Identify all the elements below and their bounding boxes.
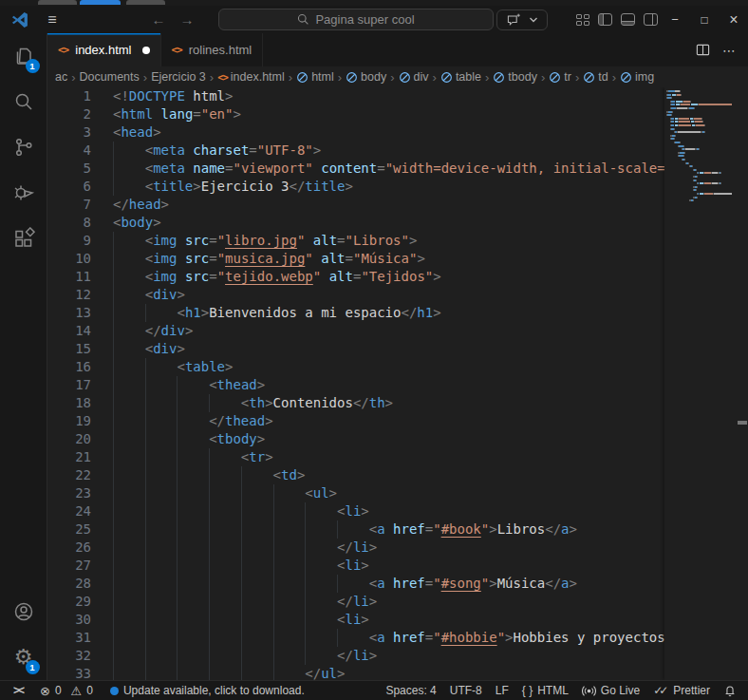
code-line-text[interactable]: </thead> [113, 412, 273, 430]
breadcrumb-item-body[interactable]: body [346, 70, 386, 84]
code-line[interactable]: 6 <title>Ejercicio 3</title> [47, 178, 664, 196]
breadcrumb-item-img[interactable]: img [620, 70, 654, 84]
code-line-text[interactable]: <tr> [113, 448, 273, 466]
code-line-text[interactable]: <thead> [113, 376, 265, 394]
statusbar-problems[interactable]: ⊗0⚠0 [40, 684, 93, 698]
code-line[interactable]: 23 <ul> [47, 484, 664, 502]
activity-accounts-icon[interactable] [0, 589, 47, 634]
breadcrumb-item-Ejercicio 3[interactable]: Ejercicio 3 [151, 70, 206, 84]
more-actions-icon[interactable]: ⋯ [722, 43, 736, 58]
code-line-text[interactable]: <meta name="viewport" content="width=dev… [113, 160, 664, 178]
code-line[interactable]: 28 <a href="#song">Música</a> [47, 575, 664, 593]
code-line-text[interactable]: <table> [113, 358, 233, 376]
statusbar-update-notification[interactable]: Update available, click to download. [110, 684, 305, 697]
command-center-search[interactable]: Pagina super cool [218, 9, 494, 30]
menu-icon[interactable]: ≡ [42, 6, 63, 33]
activity-search-icon[interactable] [0, 79, 47, 124]
code-line[interactable]: 24 <li> [47, 502, 664, 520]
code-line-text[interactable]: <td> [113, 466, 305, 484]
code-line[interactable]: 31 <a href="#hobbie">Hobbies y proyectos [47, 629, 664, 647]
toggle-panel-icon[interactable] [621, 13, 635, 26]
code-line-text[interactable]: <li> [113, 611, 369, 629]
copilot-button[interactable] [496, 9, 548, 30]
breadcrumb-item-index.html[interactable]: <>index.html [217, 70, 285, 84]
code-line-text[interactable]: <meta charset="UTF-8"> [113, 142, 321, 160]
activity-explorer-icon[interactable]: 1 [0, 33, 47, 79]
toggle-primary-sidebar-icon[interactable] [598, 13, 612, 26]
code-line[interactable]: 8<body> [47, 214, 664, 232]
navigate-forward-icon[interactable]: → [177, 6, 197, 33]
activity-source-control-icon[interactable] [0, 124, 47, 170]
code-line[interactable]: 29 </li> [47, 593, 664, 611]
code-line[interactable]: 21 <tr> [47, 448, 664, 466]
statusbar-encoding[interactable]: UTF-8 [450, 684, 482, 697]
code-line-text[interactable]: <div> [113, 286, 185, 304]
code-line[interactable]: 10 <img src="musica.jpg" alt="Música"> [47, 250, 664, 268]
code-line[interactable]: 25 <a href="#book">Libros</a> [47, 520, 664, 539]
code-line[interactable]: 1<!DOCTYPE html> [47, 87, 664, 105]
breadcrumb-item-table[interactable]: table [440, 70, 481, 84]
scrollbar-thumb[interactable] [738, 421, 747, 425]
navigate-back-icon[interactable]: ← [148, 6, 169, 33]
code-line-text[interactable]: <a href="#hobbie">Hobbies y proyectos [113, 629, 664, 647]
code-line-text[interactable]: <img src="musica.jpg" alt="Música"> [113, 250, 425, 268]
code-line-text[interactable]: <tbody> [113, 430, 265, 448]
code-line-text[interactable]: <title>Ejercicio 3</title> [113, 178, 353, 196]
code-line-text[interactable]: </ul> [113, 665, 345, 680]
split-editor-icon[interactable] [696, 43, 710, 57]
breadcrumb-item-tbody[interactable]: tbody [493, 70, 537, 84]
toggle-secondary-sidebar-icon[interactable] [644, 13, 658, 26]
code-line-text[interactable]: <!DOCTYPE html> [113, 87, 233, 105]
code-line[interactable]: 16 <table> [47, 358, 664, 376]
code-line-text[interactable]: <li> [113, 502, 369, 520]
code-line-text[interactable]: <ul> [113, 484, 337, 502]
statusbar-remote-indicator[interactable]: >< [13, 684, 23, 697]
minimap[interactable] [664, 87, 737, 680]
code-line[interactable]: 2<html lang="en"> [47, 105, 664, 123]
code-line[interactable]: 20 <tbody> [47, 430, 664, 448]
code-line[interactable]: 22 <td> [47, 466, 664, 484]
code-line[interactable]: 33 </ul> [47, 665, 664, 680]
breadcrumb-item-tr[interactable]: tr [549, 70, 571, 84]
code-line[interactable]: 11 <img src="tejido.webp" alt="Tejidos"> [47, 268, 664, 286]
activity-run-and-debug-icon[interactable] [0, 170, 47, 216]
code-line-text[interactable]: <a href="#book">Libros</a> [113, 520, 577, 539]
code-line[interactable]: 5 <meta name="viewport" content="width=d… [47, 160, 664, 178]
statusbar-go-live[interactable]: Go Live [582, 684, 640, 697]
code-line-text[interactable]: <li> [113, 557, 369, 575]
code-line-text[interactable]: <h1>Bienvenidos a mi espacio</h1> [113, 304, 441, 322]
chevron-down-icon[interactable] [529, 15, 538, 25]
code-line-text[interactable]: </li> [113, 647, 377, 665]
code-line-text[interactable]: <head> [113, 123, 161, 142]
breadcrumb-item-Documents[interactable]: Documents [80, 70, 140, 84]
code-line[interactable]: 32 </li> [47, 647, 664, 665]
code-line[interactable]: 9 <img src="libro.jpg" alt="Libros"> [47, 232, 664, 250]
code-line[interactable]: 26 </li> [47, 539, 664, 557]
code-line[interactable]: 14 </div> [47, 322, 664, 340]
code-line-text[interactable]: <body> [113, 214, 161, 232]
overview-ruler[interactable] [737, 87, 748, 680]
code-line-text[interactable]: <html lang="en"> [113, 105, 241, 123]
breadcrumb-item-html[interactable]: html [296, 70, 334, 84]
code-line-text[interactable]: <img src="tejido.webp" alt="Tejidos"> [113, 268, 441, 286]
maximize-button[interactable]: □ [698, 13, 711, 27]
code-line-text[interactable]: <div> [113, 340, 185, 358]
code-line[interactable]: 17 <thead> [47, 376, 664, 394]
tab-rolines.html[interactable]: <>rolines.html [161, 33, 264, 66]
code-line-text[interactable]: </div> [113, 322, 193, 340]
code-line[interactable]: 27 <li> [47, 557, 664, 575]
code-line[interactable]: 13 <h1>Bienvenidos a mi espacio</h1> [47, 304, 664, 322]
activity-extensions-icon[interactable] [0, 216, 47, 261]
code-line[interactable]: 19 </thead> [47, 412, 664, 430]
code-line-text[interactable]: <a href="#song">Música</a> [113, 575, 577, 593]
code-line[interactable]: 7</head> [47, 196, 664, 214]
statusbar-indentation[interactable]: Spaces: 4 [385, 684, 436, 697]
code-line[interactable]: 15 <div> [47, 340, 664, 358]
activity-settings-icon[interactable]: ⚙1 [0, 634, 47, 680]
tab-index.html[interactable]: <>index.html [47, 33, 161, 66]
minimize-button[interactable]: − [668, 12, 682, 27]
code-line-text[interactable]: </li> [113, 539, 377, 557]
code-line[interactable]: 30 <li> [47, 611, 664, 629]
customize-layout-icon[interactable] [576, 14, 589, 26]
code-line-text[interactable]: </li> [113, 593, 377, 611]
